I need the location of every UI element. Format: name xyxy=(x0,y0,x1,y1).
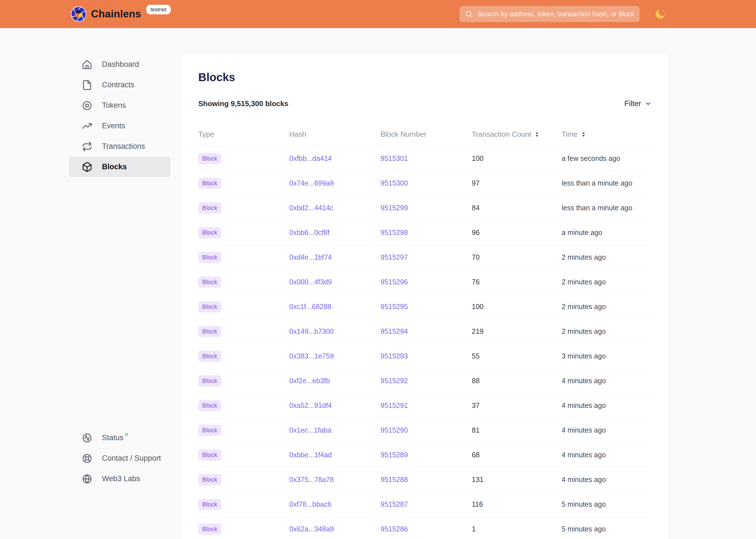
block-number-link[interactable]: 9515289 xyxy=(380,451,408,459)
moon-theme-toggle-icon[interactable] xyxy=(654,8,667,21)
time-value: 4 minutes ago xyxy=(562,377,652,385)
hash-link[interactable]: 0x383...1e759 xyxy=(289,352,334,360)
time-value: 5 minutes ago xyxy=(562,500,652,508)
column-header-type: Type xyxy=(198,130,289,139)
block-number-link[interactable]: 9515290 xyxy=(380,426,408,434)
sidebar-item-label: Transactions xyxy=(102,142,145,151)
sidebar-item-label: Tokens xyxy=(102,101,126,110)
hash-link[interactable]: 0x000...4f3d9 xyxy=(289,278,332,286)
hash-link[interactable]: 0x62a...348a9 xyxy=(289,525,334,533)
time-value: 4 minutes ago xyxy=(562,402,652,410)
chevron-down-icon xyxy=(644,100,652,107)
tx-count: 68 xyxy=(472,451,562,459)
block-number-link[interactable]: 9515298 xyxy=(380,229,408,236)
time-value: 2 minutes ago xyxy=(562,253,652,261)
block-type-badge: Block xyxy=(198,449,221,461)
table-row: Block 0xc1f...68288 9515295 100 2 minute… xyxy=(198,294,652,319)
sidebar-item-contact-support[interactable]: Contact / Support xyxy=(68,448,170,469)
table-row: Block 0xf78...bbac6 9515287 116 5 minute… xyxy=(198,492,652,517)
sidebar-item-contracts[interactable]: Contracts xyxy=(68,75,170,95)
sidebar-item-status[interactable]: Status xyxy=(68,427,170,448)
sidebar-item-web3-labs[interactable]: Web3 Labs xyxy=(68,469,170,489)
block-number-link[interactable]: 9515292 xyxy=(380,377,408,385)
tx-count: 70 xyxy=(472,253,562,261)
global-search xyxy=(460,6,639,22)
hash-link[interactable]: 0x149...b7300 xyxy=(289,327,334,335)
block-number-link[interactable]: 9515288 xyxy=(380,476,408,484)
tx-count: 97 xyxy=(472,179,562,187)
time-value: 4 minutes ago xyxy=(562,476,652,484)
sidebar: Dashboard Contracts Tokens xyxy=(0,28,183,539)
block-number-link[interactable]: 9515300 xyxy=(380,179,408,187)
table-row: Block 0x000...4f3d9 9515296 76 2 minutes… xyxy=(198,270,652,294)
block-type-badge: Block xyxy=(198,474,221,485)
tx-count: 76 xyxy=(472,278,562,286)
hash-link[interactable]: 0xbbe...1f4ad xyxy=(289,451,332,459)
table-row: Block 0xf2e...eb3fb 9515292 88 4 minutes… xyxy=(198,369,652,393)
sidebar-item-label: Contracts xyxy=(102,81,134,89)
table-row: Block 0xd4e...1bf74 9515297 70 2 minutes… xyxy=(198,245,652,270)
column-header-hash: Hash xyxy=(289,130,380,139)
tx-count: 55 xyxy=(472,352,562,360)
hash-link[interactable]: 0x375...78a78 xyxy=(289,476,334,484)
repeat-icon xyxy=(81,141,93,152)
sidebar-item-transactions[interactable]: Transactions xyxy=(68,136,170,157)
time-value: a few seconds ago xyxy=(562,154,652,163)
block-number-link[interactable]: 9515287 xyxy=(380,500,408,508)
block-number-link[interactable]: 9515299 xyxy=(380,204,408,212)
hash-link[interactable]: 0xbb6...0cf8f xyxy=(289,229,329,236)
hash-link[interactable]: 0xf78...bbac6 xyxy=(289,500,331,508)
hash-link[interactable]: 0xf2e...eb3fb xyxy=(289,377,330,385)
search-input[interactable] xyxy=(477,10,634,18)
table-row: Block 0xbb6...0cf8f 9515298 96 a minute … xyxy=(198,220,652,245)
sidebar-item-blocks[interactable]: Blocks xyxy=(68,157,170,177)
hash-link[interactable]: 0xbd2...4414c xyxy=(289,204,333,212)
tx-count: 88 xyxy=(472,377,562,385)
hash-link[interactable]: 0x1ec...1faba xyxy=(289,426,331,434)
top-header: Chainlens testnet xyxy=(0,0,756,28)
block-number-link[interactable]: 9515293 xyxy=(380,352,408,360)
tx-count: 219 xyxy=(472,327,562,336)
hash-link[interactable]: 0xc1f...68288 xyxy=(289,303,331,310)
globe-icon xyxy=(81,473,93,485)
filter-button[interactable]: Filter xyxy=(624,99,652,108)
block-number-link[interactable]: 9515296 xyxy=(380,278,408,286)
sidebar-item-events[interactable]: Events xyxy=(68,116,170,136)
block-type-badge: Block xyxy=(198,202,221,214)
tx-count: 100 xyxy=(472,303,562,311)
lifebuoy-icon xyxy=(81,453,93,464)
table-row: Block 0x149...b7300 9515294 219 2 minute… xyxy=(198,319,652,344)
sidebar-footer-nav: Status Contact / Support We xyxy=(68,427,170,489)
filter-label: Filter xyxy=(624,99,641,108)
hash-link[interactable]: 0xd4e...1bf74 xyxy=(289,253,332,261)
block-number-link[interactable]: 9515301 xyxy=(380,154,408,162)
hash-link[interactable]: 0xfbb...da414 xyxy=(289,154,332,162)
block-number-link[interactable]: 9515294 xyxy=(380,327,408,335)
block-number-link[interactable]: 9515297 xyxy=(380,253,408,261)
brand-home-link[interactable]: Chainlens testnet xyxy=(71,0,171,28)
home-icon xyxy=(81,59,93,70)
time-value: less than a minute ago xyxy=(562,204,652,212)
block-number-link[interactable]: 9515291 xyxy=(380,402,408,409)
brand-name: Chainlens xyxy=(91,8,141,20)
time-value: 2 minutes ago xyxy=(562,327,652,336)
block-number-link[interactable]: 9515286 xyxy=(380,525,408,533)
block-type-badge: Block xyxy=(198,375,221,387)
time-value: 2 minutes ago xyxy=(562,278,652,286)
sidebar-item-dashboard[interactable]: Dashboard xyxy=(68,54,170,75)
block-type-badge: Block xyxy=(198,301,221,312)
block-type-badge: Block xyxy=(198,227,221,238)
sidebar-item-tokens[interactable]: Tokens xyxy=(68,95,170,116)
table-row: Block 0x375...78a78 9515288 131 4 minute… xyxy=(198,467,652,492)
block-number-link[interactable]: 9515295 xyxy=(380,303,408,310)
hash-link[interactable]: 0xa52...91df4 xyxy=(289,402,332,409)
sort-time-icon[interactable] xyxy=(580,131,587,137)
token-icon xyxy=(81,100,93,111)
time-value: a minute ago xyxy=(562,229,652,237)
hash-link[interactable]: 0x74e...699a9 xyxy=(289,179,334,187)
page-title: Blocks xyxy=(198,70,652,85)
chainlens-logo-icon xyxy=(71,6,87,22)
sort-transaction-count-icon[interactable] xyxy=(534,131,540,137)
blocks-card: Blocks Showing 9,515,300 blocks Filter T… xyxy=(183,54,668,539)
block-type-badge: Block xyxy=(198,326,221,337)
